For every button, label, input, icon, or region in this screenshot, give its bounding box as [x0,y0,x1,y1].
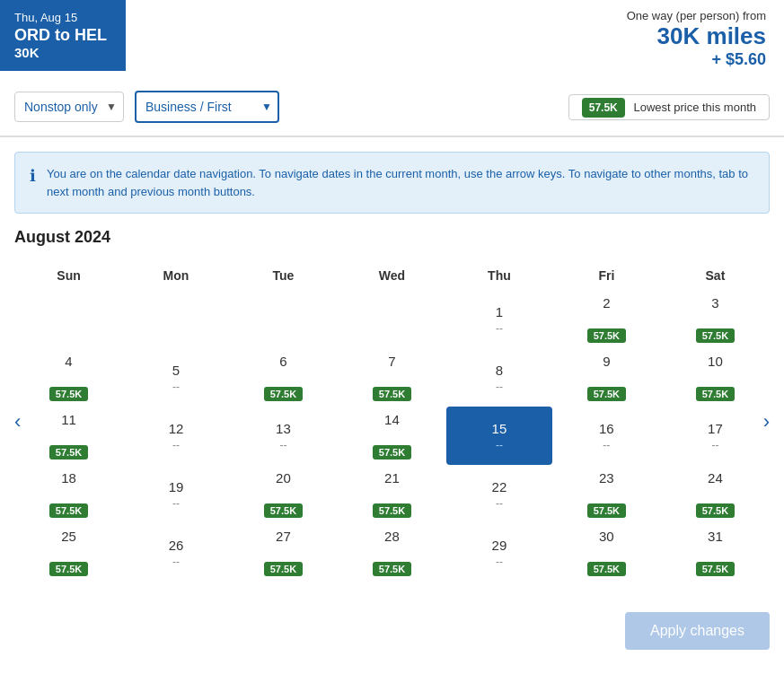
calendar-day-cell[interactable]: 16-- [552,407,661,465]
flight-header: Thu, Aug 15 ORD to HEL 30K [0,0,126,71]
calendar-day-cell[interactable]: 1857.5K [14,465,123,523]
calendar-day-cell[interactable]: 2357.5K [552,465,661,523]
calendar-day-cell[interactable]: 957.5K [552,348,661,407]
apply-changes-button[interactable]: Apply changes [625,612,770,650]
day-price-badge: 57.5K [587,387,626,401]
price-miles: 30K miles [657,22,766,50]
calendar-day-cell[interactable]: 1157.5K [14,407,123,465]
calendar-day-cell [229,290,338,348]
calendar-day-cell[interactable]: 657.5K [229,348,338,407]
calendar-day-header: Thu [446,261,552,290]
day-price-badge: 57.5K [373,387,411,401]
divider [0,136,784,137]
day-price-badge: 57.5K [587,328,626,343]
calendar-day-cell[interactable]: 26-- [123,523,229,582]
calendar-day-cell[interactable]: 15-- [446,407,552,465]
filters-row: Nonstop only All flights ▼ Economy Premi… [0,78,784,136]
next-month-button[interactable]: › [754,405,779,439]
day-number: 13 [233,421,334,436]
calendar-day-cell[interactable]: 757.5K [338,348,446,407]
day-price-badge: 57.5K [696,562,735,576]
calendar-day-cell[interactable]: 2857.5K [338,523,446,582]
apply-btn-row: Apply changes [0,600,784,662]
calendar-day-cell[interactable]: 257.5K [552,290,661,348]
day-number: 10 [665,354,766,369]
day-number: 1 [450,304,549,319]
calendar-day-cell[interactable]: 1457.5K [338,407,446,465]
calendar-day-cell[interactable]: 22-- [446,465,552,523]
day-number: 11 [18,412,119,427]
day-number: 29 [450,538,549,553]
lowest-price-container: 57.5K Lowest price this month [568,94,770,120]
lowest-price-badge: 57.5K [582,98,625,118]
day-price-badge: 57.5K [696,503,735,518]
calendar-day-cell[interactable]: 457.5K [14,348,123,407]
calendar-week-row: 2557.5K26--2757.5K2857.5K29--3057.5K3157… [14,523,770,582]
calendar-day-cell[interactable]: 2557.5K [14,523,123,582]
day-number: 23 [556,470,657,486]
calendar-day-cell[interactable]: 8-- [446,348,552,407]
calendar-day-cell[interactable]: 2757.5K [229,523,338,582]
calendar-day-cell[interactable]: 2157.5K [338,465,446,523]
day-number: 21 [341,470,443,486]
calendar-day-cell[interactable]: 357.5K [661,290,770,348]
calendar-day-header: Wed [338,261,446,290]
day-price-badge: 57.5K [49,503,88,518]
calendar-day-cell [14,290,123,348]
lowest-price-section: 57.5K Lowest price this month [568,94,770,120]
flight-miles-header: 30K [14,45,111,60]
calendar-day-cell[interactable]: 13-- [229,407,338,465]
prev-month-button[interactable]: ‹ [5,405,30,439]
nonstop-select[interactable]: Nonstop only All flights [14,92,124,122]
calendar-day-cell[interactable]: 3057.5K [552,523,661,582]
day-price-badge: 57.5K [264,387,303,401]
day-number: 18 [18,470,119,486]
cabin-filter-wrapper: Economy Premium Economy Business / First… [135,91,279,123]
day-no-price: -- [127,439,225,451]
day-number: 25 [18,529,119,544]
calendar-day-cell[interactable]: 19-- [123,465,229,523]
day-number: 19 [127,479,225,495]
day-no-price: -- [450,439,549,451]
day-price-badge: 57.5K [264,503,303,518]
calendar-day-cell[interactable]: 5-- [123,348,229,407]
day-no-price: -- [233,439,334,451]
calendar-header-row: SunMonTueWedThuFriSat [14,261,770,290]
nonstop-filter-wrapper: Nonstop only All flights ▼ [14,92,124,122]
day-no-price: -- [127,381,225,393]
day-number: 30 [556,529,657,544]
day-number: 26 [127,538,225,553]
cabin-select[interactable]: Economy Premium Economy Business / First [135,91,279,123]
day-no-price: -- [450,322,549,335]
flight-route: ORD to HEL [14,26,111,45]
calendar-day-header: Sat [661,261,770,290]
day-number: 22 [450,479,549,495]
calendar-month: August 2024 [14,228,770,247]
price-header: One way (per person) from 30K miles + $5… [126,0,784,78]
day-no-price: -- [127,497,225,510]
day-price-badge: 57.5K [49,387,88,401]
top-section: Thu, Aug 15 ORD to HEL 30K One way (per … [0,0,784,78]
lowest-price-text: Lowest price this month [633,101,756,114]
calendar-day-cell[interactable]: 29-- [446,523,552,582]
calendar-day-cell[interactable]: 2057.5K [229,465,338,523]
calendar-day-cell [338,290,446,348]
day-price-badge: 57.5K [49,562,88,576]
day-number: 28 [341,529,443,544]
calendar-table: SunMonTueWedThuFriSat 1--257.5K357.5K457… [14,261,770,582]
calendar-week-row: 1857.5K19--2057.5K2157.5K22--2357.5K2457… [14,465,770,523]
day-number: 3 [665,295,766,311]
day-number: 27 [233,529,334,544]
calendar-day-cell[interactable]: 1-- [446,290,552,348]
calendar-day-cell[interactable]: 1057.5K [661,348,770,407]
calendar-day-header: Mon [123,261,229,290]
calendar-day-header: Fri [552,261,661,290]
calendar-day-cell[interactable]: 3157.5K [661,523,770,582]
day-no-price: -- [450,381,549,393]
calendar-week-row: 1--257.5K357.5K [14,290,770,348]
flight-date: Thu, Aug 15 [14,11,111,24]
day-price-badge: 57.5K [373,562,411,576]
calendar-day-cell[interactable]: 12-- [123,407,229,465]
calendar-day-cell[interactable]: 2457.5K [661,465,770,523]
day-no-price: -- [450,556,549,568]
